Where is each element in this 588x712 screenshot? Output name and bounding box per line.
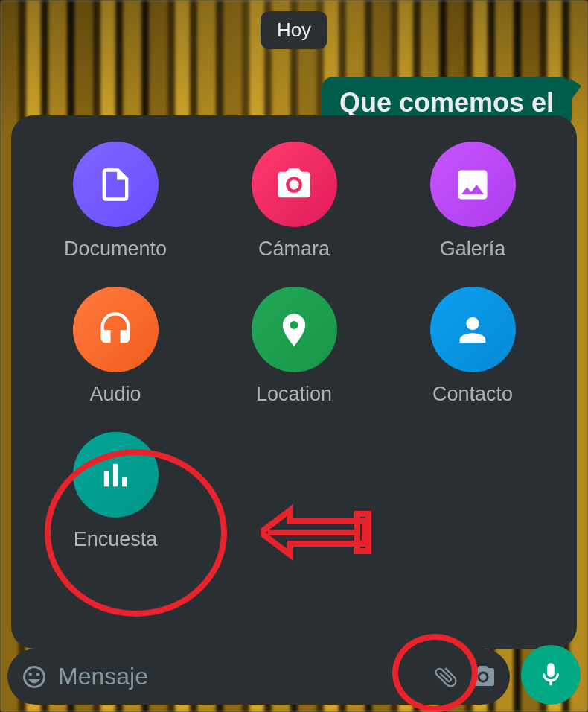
attachment-menu: Documento Cámara Galería Audio [11, 115, 577, 649]
attachment-contact[interactable]: Contacto [391, 287, 555, 406]
mic-button[interactable] [521, 645, 581, 705]
poll-label: Encuesta [74, 528, 158, 551]
emoji-icon[interactable] [21, 664, 48, 690]
audio-label: Audio [89, 383, 141, 406]
date-badge: Hoy [261, 11, 327, 49]
gallery-label: Galería [440, 238, 506, 261]
camera-icon [252, 142, 337, 227]
attachment-gallery[interactable]: Galería [391, 142, 555, 261]
contact-label: Contacto [432, 383, 513, 406]
headphones-icon [73, 287, 159, 372]
attachment-poll[interactable]: Encuesta [33, 432, 197, 551]
person-icon [430, 287, 516, 372]
attach-icon[interactable] [427, 658, 465, 696]
camera-label: Cámara [258, 238, 330, 261]
attachment-document[interactable]: Documento [33, 142, 197, 261]
document-icon [73, 142, 159, 227]
attachment-camera[interactable]: Cámara [212, 142, 376, 261]
mic-icon [537, 661, 565, 689]
camera-bar-icon[interactable] [470, 664, 496, 690]
location-label: Location [256, 383, 332, 406]
message-input[interactable] [58, 663, 422, 690]
document-label: Documento [64, 238, 167, 261]
message-tail [570, 74, 581, 101]
message-input-bar [7, 649, 510, 705]
attachment-audio[interactable]: Audio [33, 287, 197, 406]
location-icon [252, 287, 337, 372]
attachment-location[interactable]: Location [212, 287, 376, 406]
poll-icon [73, 432, 159, 518]
attachment-grid: Documento Cámara Galería Audio [33, 142, 555, 551]
gallery-icon [430, 142, 516, 227]
